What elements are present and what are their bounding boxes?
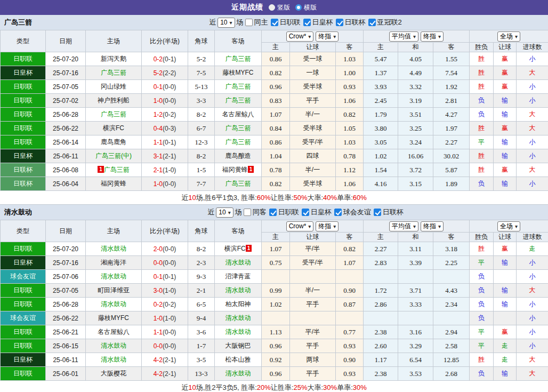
summary-segment: 场,胜6平1负3, 胜率:	[196, 193, 257, 203]
league-type-cell: 日职联	[1, 367, 46, 381]
league-filter-checkbox[interactable]	[269, 209, 277, 216]
away-team-name: 大阪钢巴	[225, 342, 251, 349]
score-cell: 1-1(0-1)	[142, 135, 188, 149]
chevron-down-icon: ▾	[308, 32, 311, 41]
average-group-header: 平均值▾终指▾	[364, 220, 470, 233]
halftime-score: (2-2)	[163, 69, 176, 77]
league-filter-checkbox[interactable]	[271, 19, 278, 26]
scope-select[interactable]: 全场▾	[497, 221, 520, 231]
handicap-result-cell: 赢	[494, 52, 517, 66]
avg-draw-odds-cell: 4.05	[398, 52, 433, 66]
same-venue-checkbox[interactable]	[245, 19, 253, 26]
average-select[interactable]: 平均值▾	[389, 31, 418, 42]
layout-radio-vertical[interactable]: 竖版	[269, 3, 290, 12]
halftime-score: (0-1)	[163, 55, 176, 63]
home-team-cell: 清水鼓动	[86, 242, 142, 256]
avg-away-odds-cell: 12.85	[433, 353, 470, 367]
result-cell: 平	[470, 256, 494, 270]
league-type-cell: 日职联	[1, 325, 46, 339]
average-select[interactable]: 平均值▾	[389, 221, 418, 231]
final-average-select[interactable]: 终指▾	[421, 31, 444, 42]
result-cell: 胜	[470, 149, 494, 163]
sub-column-header: 胜负	[470, 233, 494, 242]
handicap-away-odds-cell: 1.05	[336, 122, 364, 135]
avg-away-odds-cell: 4.27	[433, 108, 470, 122]
card-badge: 1	[98, 166, 104, 173]
handicap-home-odds-cell: 1.02	[262, 298, 290, 311]
league-filter-checkbox[interactable]	[368, 19, 376, 26]
score-cell: 0-4(0-3)	[142, 122, 188, 135]
layout-radio-horizontal[interactable]: 横版	[295, 3, 317, 12]
date-cell: 25-06-14	[46, 135, 86, 149]
result-cell: 负	[470, 284, 494, 298]
sub-column-header: 客	[336, 233, 364, 242]
score-cell: 0-2(0-1)	[142, 52, 188, 66]
league-type-cell: 日皇杯	[1, 353, 46, 367]
avg-draw-odds-cell: 6.54	[398, 353, 433, 367]
sub-column-header: 和	[398, 233, 433, 242]
league-type-cell: 日皇杯	[1, 256, 46, 270]
final-average-select[interactable]: 终指▾	[421, 221, 444, 231]
match-count-select[interactable]: 10▾	[217, 18, 235, 28]
scope-group-header: 全场▾	[470, 30, 548, 43]
scope-select-value: 全场	[500, 32, 513, 41]
league-filter-checkbox[interactable]	[374, 209, 381, 216]
result-text: 赢	[502, 166, 508, 173]
scope-select[interactable]: 全场▾	[497, 31, 520, 42]
handicap-line-cell: 受半球	[290, 80, 336, 94]
handicap-away-odds-cell: 0.90	[336, 353, 364, 367]
result-text: 负	[478, 97, 485, 104]
handicap-line-cell: 半/一	[290, 163, 336, 177]
result-text: 胜	[478, 69, 485, 76]
avg-draw-odds-cell: 3.53	[398, 367, 433, 381]
same-venue-label: 同主	[254, 18, 268, 27]
away-team-name: 清水鼓动	[225, 259, 251, 266]
fulltime-score: 1-1	[154, 329, 163, 336]
away-team-cell: 清水鼓动	[215, 284, 262, 298]
result-cell: 负	[470, 298, 494, 311]
match-row: 日职联25-07-05町田泽维亚3-0(1-0)2-1清水鼓动0.99半/一0.…	[1, 284, 548, 298]
avg-away-odds-cell: 2.27	[433, 135, 470, 149]
avg-draw-odds-cell: 3.19	[398, 94, 433, 108]
result-text: 平	[478, 342, 485, 349]
corner-cell: 6-7	[188, 122, 215, 135]
result-text: 负	[478, 314, 485, 322]
score-cell: 1-1(0-0)	[142, 325, 188, 339]
match-count-select[interactable]: 10▾	[216, 207, 233, 218]
away-team-cell: 广岛三箭	[215, 94, 262, 108]
summary-segment: 单率:	[337, 193, 353, 203]
away-team-cell: 广岛三箭	[215, 122, 262, 135]
handicap-line-cell: 半/一	[290, 284, 336, 298]
final-odds-select[interactable]: 终指▾	[316, 31, 339, 42]
league-filter-checkbox[interactable]	[334, 209, 342, 216]
league-filter-checkbox[interactable]	[303, 19, 311, 26]
bookmaker-select[interactable]: Crow*▾	[286, 221, 314, 231]
league-filter-checkbox[interactable]	[336, 19, 343, 26]
avg-draw-odds-cell: 16.06	[398, 149, 433, 163]
result-text: 负	[478, 180, 485, 187]
league-filter-checkbox[interactable]	[302, 209, 309, 216]
corner-cell: 2-3	[188, 256, 215, 270]
match-row: 日职联25-06-15清水鼓动0-0(0-0)1-7大阪钢巴0.96平手0.93…	[1, 339, 548, 353]
result-cell: 负	[470, 108, 494, 122]
same-venue-checkbox[interactable]	[244, 209, 251, 216]
handicap-home-odds-cell: 1.07	[262, 108, 290, 122]
radio-unselected-icon[interactable]	[295, 4, 302, 11]
filter-bar: 近10▾场同客日职联日皇杯球会友谊日联杯	[143, 207, 404, 218]
avg-away-odds-cell: 2.94	[433, 325, 470, 339]
radio-selected-icon[interactable]	[269, 4, 275, 11]
result-text: 胜	[478, 152, 485, 159]
date-cell: 25-06-22	[46, 122, 86, 135]
score-cell: 4-2(2-1)	[142, 367, 188, 381]
halftime-score: (0-0)	[163, 259, 176, 267]
final-odds-select[interactable]: 终指▾	[316, 221, 339, 231]
match-row: 日职联25-07-02神户胜利船1-0(0-0)3-3广岛三箭0.83平手1.0…	[1, 94, 548, 108]
column-header: 比分(半场)	[142, 220, 188, 242]
handicap-result-cell: 输	[494, 108, 517, 122]
result-text: 输	[502, 97, 508, 104]
fulltime-score: 0-2	[154, 55, 163, 63]
bookmaker-select[interactable]: Crow*▾	[286, 31, 314, 42]
handicap-away-odds-cell: 0.93	[336, 339, 364, 353]
result-text: 大	[529, 124, 536, 132]
handicap-result-cell	[494, 270, 517, 284]
